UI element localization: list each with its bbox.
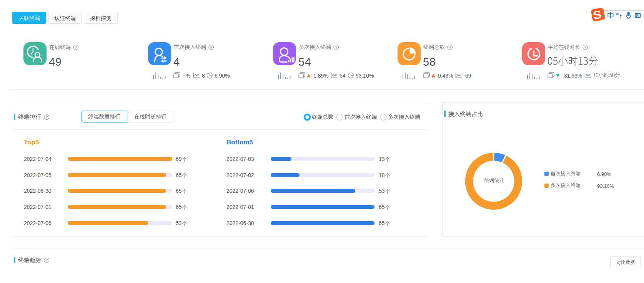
svg-text:?: ?	[75, 45, 77, 50]
svg-text:?: ?	[45, 115, 48, 119]
svg-text:?: ?	[584, 45, 586, 50]
svg-text:?: ?	[449, 45, 451, 50]
svg-text:?: ?	[210, 45, 212, 50]
svg-text:?: ?	[335, 45, 337, 50]
svg-text:?: ?	[45, 258, 48, 263]
